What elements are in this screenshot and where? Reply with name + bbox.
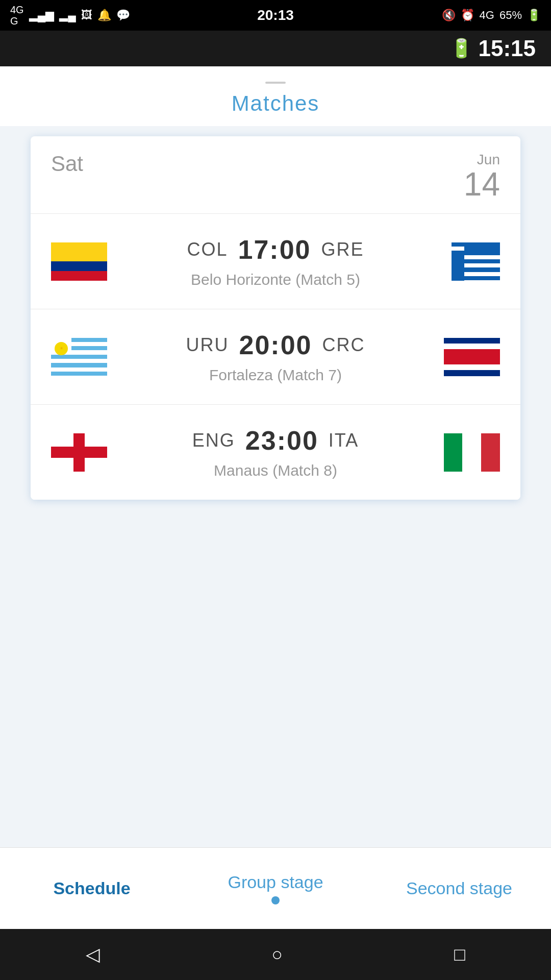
mute-icon: 🔇 (442, 9, 456, 22)
match-score-row-3: ENG 23:00 ITA (107, 425, 444, 456)
date-month-day: Jun 14 (464, 152, 500, 201)
match-info-1: COL 17:00 GRE Belo Horizonte (Match 5) (107, 234, 444, 288)
match-row-1[interactable]: COL 17:00 GRE Belo Horizonte (Match 5) (31, 214, 520, 309)
match-time-2: 20:00 (239, 330, 312, 360)
date-number: 14 (464, 168, 500, 201)
secondary-bar: 🔋 15:15 (0, 31, 551, 66)
wechat-icon: 💬 (116, 9, 130, 22)
page-title: Matches (0, 91, 551, 116)
team-ita: ITA (329, 430, 359, 451)
flag-england (51, 433, 107, 472)
battery-green-icon: 🔋 (450, 38, 473, 59)
match-score-row-2: URU 20:00 CRC (107, 330, 444, 360)
flag-costarica (444, 338, 500, 376)
network-4g-right: 4G (480, 9, 494, 22)
network-4g: 4GG (10, 4, 24, 27)
signal-icon1: ▂▄▆ (29, 9, 55, 22)
battery-percent: 65% (499, 9, 522, 22)
status-time: 20:13 (257, 7, 294, 23)
nav-dot (271, 896, 280, 904)
title-underline (265, 82, 286, 84)
flag-uruguay: ☀ (51, 338, 107, 376)
date-day: Sat (51, 152, 83, 176)
matches-card: Sat Jun 14 COL 17:00 GRE Belo Horizonte … (31, 136, 520, 500)
nav-second-stage-label: Second stage (406, 878, 512, 898)
notification-icon: 🔔 (97, 9, 111, 22)
home-button[interactable]: ○ (271, 944, 283, 965)
camera-icon: 🖼 (81, 9, 92, 22)
battery-icon: 🔋 (527, 9, 541, 22)
match-venue-1: Belo Horizonte (Match 5) (107, 271, 444, 288)
status-bar-right: 🔇 ⏰ 4G 65% 🔋 (442, 9, 541, 22)
date-header: Sat Jun 14 (31, 136, 520, 214)
team-eng: ENG (192, 430, 235, 451)
match-time-3: 23:00 (245, 425, 318, 456)
status-bar: 4GG ▂▄▆ ▂▄ 🖼 🔔 💬 20:13 🔇 ⏰ 4G 65% 🔋 (0, 0, 551, 31)
match-score-row-1: COL 17:00 GRE (107, 234, 444, 265)
nav-schedule-label: Schedule (53, 878, 130, 898)
match-row-3[interactable]: ENG 23:00 ITA Manaus (Match 8) (31, 405, 520, 500)
secondary-time: 15:15 (478, 36, 536, 61)
back-button[interactable]: ◁ (86, 944, 100, 965)
alarm-icon: ⏰ (461, 9, 474, 22)
match-info-2: URU 20:00 CRC Fortaleza (Match 7) (107, 330, 444, 384)
bottom-nav: Schedule Group stage Second stage (0, 847, 551, 929)
status-bar-left: 4GG ▂▄▆ ▂▄ 🖼 🔔 💬 (10, 4, 130, 27)
match-venue-3: Manaus (Match 8) (107, 462, 444, 479)
page-title-container: Matches (0, 66, 551, 126)
match-info-3: ENG 23:00 ITA Manaus (Match 8) (107, 425, 444, 479)
nav-group-stage-label: Group stage (228, 872, 323, 892)
team-col: COL (187, 239, 228, 260)
match-venue-2: Fortaleza (Match 7) (107, 366, 444, 384)
flag-greece (444, 242, 500, 281)
flag-colombia (51, 242, 107, 281)
flag-italy (444, 433, 500, 472)
match-row-2[interactable]: ☀ URU 20:00 CRC Fortaleza (Match 7) (31, 309, 520, 405)
nav-group-stage[interactable]: Group stage (184, 862, 367, 915)
recent-button[interactable]: □ (454, 944, 465, 965)
team-gre: GRE (321, 239, 364, 260)
team-crc: CRC (322, 334, 365, 356)
signal-icon2: ▂▄ (59, 9, 76, 22)
match-time-1: 17:00 (238, 234, 311, 265)
team-uru: URU (186, 334, 229, 356)
nav-schedule[interactable]: Schedule (0, 868, 184, 909)
system-nav: ◁ ○ □ (0, 929, 551, 980)
nav-second-stage[interactable]: Second stage (367, 868, 551, 909)
